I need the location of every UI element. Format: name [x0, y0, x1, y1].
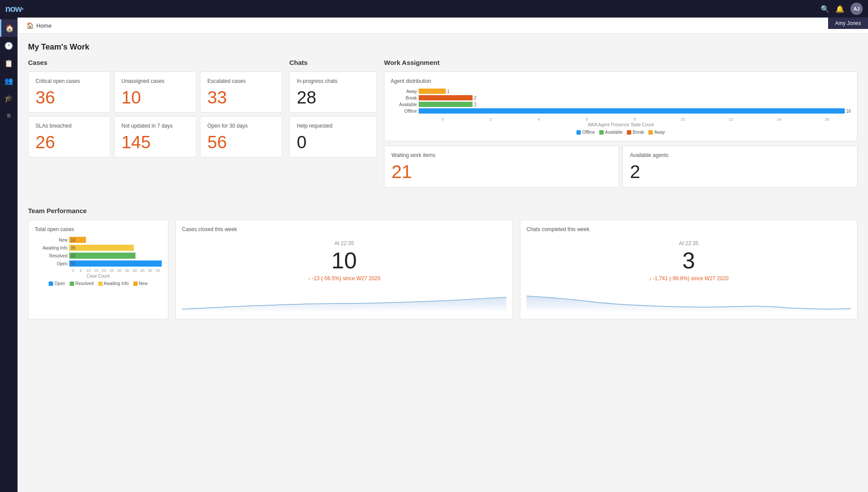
chats-section: Chats In-progress chats 28 Help requeste… — [289, 59, 377, 188]
bar-label-break: Break — [391, 96, 417, 100]
inprogress-chats-card[interactable]: In-progress chats 28 — [289, 71, 377, 113]
chats-grid: In-progress chats 28 Help requested 0 — [289, 71, 377, 157]
cases-title: Cases — [28, 59, 282, 66]
chats-completed-card: Chats completed this week At 22:35 3 ↓ -… — [520, 220, 857, 319]
bar-fill-available — [419, 102, 473, 107]
cases-closed-change: ↓ -13 (-56.5%) since W27 2020 — [182, 275, 506, 282]
escalated-cases-value: 33 — [207, 89, 275, 106]
slas-breached-label: SLAs breached — [36, 123, 103, 129]
breadcrumb-label: Home — [36, 22, 52, 29]
waiting-work-label: Waiting work items — [391, 152, 612, 158]
open-30-days-label: Open for 30 days — [207, 123, 275, 129]
app-logo: now· — [5, 4, 24, 14]
bar-label-available: Available — [391, 102, 417, 107]
chart-subtitle: AWA Agent Presence State Count — [391, 122, 851, 127]
waiting-work-items-card[interactable]: Waiting work items 21 — [384, 146, 619, 188]
cases-closed-inner: At 22:35 10 ↓ -13 (-56.5%) since W27 202… — [182, 237, 506, 289]
unassigned-cases-value: 10 — [121, 89, 189, 106]
total-open-cases-card: Total open cases New 10 A — [28, 220, 168, 319]
legend-offline: Offline — [576, 130, 595, 135]
available-agents-label: Available agents — [630, 152, 850, 158]
perf-title: Team Performance — [28, 207, 857, 214]
escalated-cases-label: Escalated cases — [207, 78, 275, 84]
cases-closed-title: Cases closed this week — [182, 226, 506, 232]
available-agents-card[interactable]: Available agents 2 — [623, 146, 857, 188]
agent-bar-chart: Away 1 Break 2 — [391, 89, 851, 114]
user-avatar[interactable]: AJ — [850, 3, 863, 15]
chats-completed-title: Chats completed this week — [526, 226, 851, 232]
slas-breached-value: 26 — [36, 133, 103, 151]
bar-label-offline: Offline — [391, 109, 417, 114]
h-bar-new: New 10 — [35, 237, 162, 243]
search-icon[interactable]: 🔍 — [821, 5, 829, 13]
unassigned-cases-card[interactable]: Unassigned cases 10 — [114, 71, 196, 113]
legend-away: Away — [648, 130, 665, 135]
help-requested-card[interactable]: Help requested 0 — [289, 116, 377, 157]
cases-closed-time: At 22:35 — [182, 240, 506, 246]
bar-fill-offline — [419, 108, 845, 114]
agent-distribution-panel: Agent distribution Away 1 — [384, 71, 857, 141]
chats-completed-change: ↓ -1,741 (-99.8%) since W27 2020 — [526, 275, 851, 282]
critical-open-cases-card[interactable]: Critical open cases 36 — [28, 71, 110, 113]
inprogress-chats-value: 28 — [297, 89, 370, 106]
bar-track-break: 2 — [419, 95, 851, 100]
total-open-cases-title: Total open cases — [35, 226, 162, 232]
page-title: My Team's Work — [28, 43, 857, 52]
chats-completed-inner: At 22:35 3 ↓ -1,741 (-99.8%) since W27 2… — [526, 237, 851, 289]
chats-sparkline — [526, 289, 851, 311]
open-cases-legend: Open Resolved Awaiting Info New — [35, 281, 162, 286]
work-section: Work Assignment Agent distribution Away … — [384, 59, 857, 188]
main-content: 🏠 Home My Team's Work Cases Critical ope… — [18, 18, 868, 492]
sidebar: 🏠 🕐 📋 👥 🎓 ≡ — [0, 18, 18, 492]
cases-sparkline — [182, 289, 506, 311]
bar-fill-away — [419, 89, 446, 94]
help-requested-label: Help requested — [297, 123, 370, 129]
critical-open-cases-value: 36 — [36, 89, 103, 106]
bar-num-offline: 16 — [846, 109, 851, 114]
breadcrumb: 🏠 Home — [18, 18, 868, 34]
not-updated-card[interactable]: Not updated in 7 days 145 — [114, 116, 196, 157]
waiting-work-value: 21 — [391, 163, 612, 181]
not-updated-value: 145 — [121, 133, 189, 151]
bar-row-away: Away 1 — [391, 89, 851, 94]
notification-icon[interactable]: 🔔 — [836, 5, 844, 13]
escalated-cases-card[interactable]: Escalated cases 33 — [200, 71, 282, 113]
chats-completed-value: 3 — [526, 249, 851, 272]
chats-title: Chats — [289, 59, 377, 66]
bar-row-available: Available 2 — [391, 102, 851, 107]
top-nav-right: 🔍 🔔 AJ Amy Jones — [821, 3, 863, 15]
user-tooltip: Amy Jones — [828, 18, 868, 29]
bar-row-offline: Offline 16 — [391, 108, 851, 114]
agent-dist-title: Agent distribution — [391, 78, 851, 84]
not-updated-label: Not updated in 7 days — [121, 123, 189, 129]
legend-break: Break — [627, 130, 644, 135]
h-bar-resolved: Resolved 40 — [35, 253, 162, 259]
h-bar-awaiting: Awaiting Info 39 — [35, 245, 162, 251]
bar-track-available: 2 — [419, 102, 851, 107]
bar-row-break: Break 2 — [391, 95, 851, 100]
cases-closed-card: Cases closed this week At 22:35 10 ↓ -13… — [175, 220, 513, 319]
open-30-days-card[interactable]: Open for 30 days 56 — [200, 116, 282, 157]
sidebar-item-people[interactable]: 👥 — [0, 72, 18, 89]
team-performance-section: Team Performance Total open cases New 10 — [28, 207, 857, 319]
sidebar-item-home[interactable]: 🏠 — [0, 19, 18, 37]
case-count-label: Case Count — [35, 274, 162, 278]
chart-legend: Offline Available Break Away — [391, 130, 851, 135]
sidebar-item-calendar[interactable]: 📋 — [0, 54, 18, 72]
h-bar-open: Open 56 — [35, 260, 162, 267]
sidebar-item-clock[interactable]: 🕐 — [0, 37, 18, 54]
bar-num-break: 2 — [474, 96, 477, 100]
bar-fill-break — [419, 95, 473, 100]
cases-section: Cases Critical open cases 36 Unassigned … — [28, 59, 282, 188]
slas-breached-card[interactable]: SLAs breached 26 — [28, 116, 110, 157]
critical-open-cases-label: Critical open cases — [36, 78, 103, 84]
sidebar-item-menu[interactable]: ≡ — [0, 107, 18, 125]
work-title: Work Assignment — [384, 59, 857, 66]
bar-num-available: 2 — [474, 102, 477, 107]
bar-label-away: Away — [391, 89, 417, 94]
sidebar-item-graduation[interactable]: 🎓 — [0, 89, 18, 107]
open-30-days-value: 56 — [207, 133, 275, 151]
top-row: Cases Critical open cases 36 Unassigned … — [28, 59, 857, 196]
breadcrumb-home-icon: 🏠 — [26, 22, 34, 29]
bar-num-away: 1 — [447, 89, 450, 94]
